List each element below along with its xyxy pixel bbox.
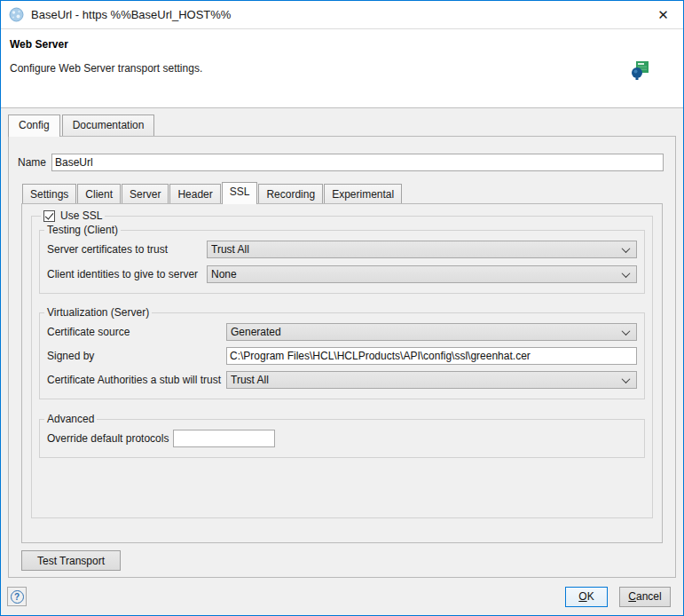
server-certificates-row: Server certificates to trust Trust All xyxy=(47,241,637,258)
header-subtitle: Configure Web Server transport settings. xyxy=(10,62,674,75)
tab-header[interactable]: Header xyxy=(169,184,220,203)
name-label: Name xyxy=(18,156,51,169)
chevron-down-icon xyxy=(622,269,631,278)
inner-tab-bar: Settings Client Server Header SSL Record… xyxy=(22,182,675,203)
certificate-authorities-select[interactable]: Trust All xyxy=(226,371,637,389)
cancel-button[interactable]: Cancel xyxy=(619,587,671,607)
main-content: Config Documentation Name Settings Clien… xyxy=(1,108,683,578)
certificate-source-select[interactable]: Generated xyxy=(226,323,637,341)
client-identities-value: None xyxy=(211,268,623,280)
server-certificates-select[interactable]: Trust All xyxy=(207,241,637,258)
override-protocols-label: Override default protocols xyxy=(47,432,169,445)
window-title: BaseUrl - https %%BaseUrl_HOST%% xyxy=(31,8,643,21)
dialog-header: Web Server Configure Web Server transpor… xyxy=(1,28,683,108)
outer-tab-bar: Config Documentation xyxy=(8,115,676,136)
tab-recording[interactable]: Recording xyxy=(258,184,323,203)
tab-settings[interactable]: Settings xyxy=(22,184,76,203)
client-identities-row: Client identities to give to server None xyxy=(47,265,637,283)
config-panel: Name Settings Client Server Header SSL R… xyxy=(8,136,676,578)
testing-client-group: Testing (Client) Server certificates to … xyxy=(39,224,645,294)
globe-icon xyxy=(9,7,24,22)
transport-config-dialog: BaseUrl - https %%BaseUrl_HOST%% ✕ Web S… xyxy=(0,0,684,616)
certificate-source-row: Certificate source Generated xyxy=(47,323,637,341)
help-button[interactable]: ? xyxy=(7,587,27,606)
tab-server[interactable]: Server xyxy=(122,184,169,203)
server-certificates-label: Server certificates to trust xyxy=(47,243,207,256)
tab-experimental[interactable]: Experimental xyxy=(324,184,402,203)
help-icon: ? xyxy=(11,590,24,604)
signed-by-input[interactable] xyxy=(226,347,637,365)
chevron-down-icon xyxy=(622,375,631,383)
use-ssl-label: Use SSL xyxy=(60,209,102,222)
chevron-down-icon xyxy=(622,327,631,336)
virtualization-server-title: Virtualization (Server) xyxy=(44,306,152,319)
tab-ssl[interactable]: SSL xyxy=(222,182,258,204)
header-title: Web Server xyxy=(10,38,674,51)
virtualization-server-group: Virtualization (Server) Certificate sour… xyxy=(39,306,645,399)
certificate-source-label: Certificate source xyxy=(47,326,226,338)
use-ssl-checkbox[interactable] xyxy=(43,210,55,222)
signed-by-row: Signed by xyxy=(47,347,637,365)
testing-client-title: Testing (Client) xyxy=(44,224,121,236)
name-input[interactable] xyxy=(51,154,664,171)
server-certificates-value: Trust All xyxy=(211,243,623,256)
certificate-source-value: Generated xyxy=(231,326,623,338)
certificate-authorities-row: Certificate Authorities a stub will trus… xyxy=(47,371,637,389)
override-protocols-row: Override default protocols xyxy=(47,430,637,447)
ssl-tab-panel: Use SSL Testing (Client) Server certific… xyxy=(21,203,663,543)
override-protocols-input[interactable] xyxy=(173,430,275,447)
tab-client[interactable]: Client xyxy=(77,184,121,203)
tab-documentation[interactable]: Documentation xyxy=(62,115,155,136)
use-ssl-legend: Use SSL xyxy=(41,209,105,222)
title-bar: BaseUrl - https %%BaseUrl_HOST%% ✕ xyxy=(1,1,683,28)
tab-config[interactable]: Config xyxy=(8,115,60,137)
certificate-authorities-value: Trust All xyxy=(231,374,623,386)
client-identities-select[interactable]: None xyxy=(207,265,637,283)
client-identities-label: Client identities to give to server xyxy=(47,268,207,280)
test-transport-button[interactable]: Test Transport xyxy=(21,550,121,571)
certificate-authorities-label: Certificate Authorities a stub will trus… xyxy=(47,374,226,386)
ok-label: OK xyxy=(578,590,594,603)
chevron-down-icon xyxy=(622,244,631,253)
advanced-group: Advanced Override default protocols xyxy=(39,413,645,458)
web-server-transport-icon xyxy=(631,60,649,81)
cancel-label: Cancel xyxy=(628,590,661,603)
use-ssl-group: Use SSL Testing (Client) Server certific… xyxy=(31,209,653,518)
close-icon[interactable]: ✕ xyxy=(643,1,683,28)
signed-by-label: Signed by xyxy=(47,350,226,362)
ok-button[interactable]: OK xyxy=(565,587,608,607)
name-row: Name xyxy=(18,154,664,171)
dialog-button-bar: ? OK Cancel xyxy=(1,578,683,615)
test-transport-label: Test Transport xyxy=(37,555,105,567)
advanced-title: Advanced xyxy=(44,413,97,425)
